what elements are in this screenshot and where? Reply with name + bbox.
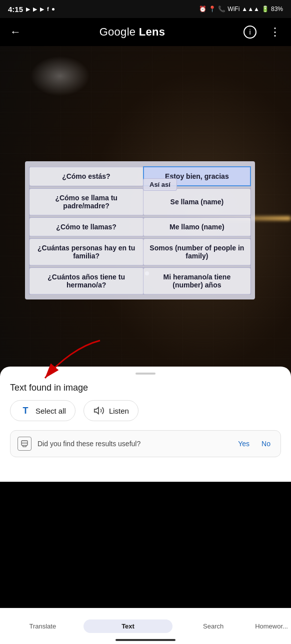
table-row: ¿Cómo te llamas? Me llamo (name) [30, 218, 251, 236]
feedback-yes-button[interactable]: Yes [235, 440, 252, 448]
svg-marker-0 [94, 408, 98, 414]
nav-homework[interactable]: Homewor... [254, 620, 289, 632]
nav-search[interactable]: Search [172, 620, 254, 632]
question-cell-3: ¿Cómo te llamas? [30, 218, 144, 236]
more-icon: ⋮ [270, 26, 281, 39]
battery-pct: 83% [271, 6, 283, 13]
sheet-title: Text found in image [10, 383, 281, 393]
table-row: ¿Cuántas personas hay en tu familia? Som… [30, 239, 251, 265]
feedback-question: Did you find these results useful? [38, 440, 229, 448]
camera-reflection [30, 56, 90, 96]
info-button[interactable]: i [242, 24, 258, 41]
top-bar: ← Google Lens i ⋮ [0, 18, 291, 46]
table-row: ¿Cómo estás? Estoy bien, gracias [30, 167, 251, 186]
answer-cell-4: Somos (number of people in family) [144, 239, 250, 265]
listen-label: Listen [109, 407, 129, 415]
camera-view: ¿Cómo estás? Estoy bien, gracias ¿Cómo s… [0, 46, 291, 482]
table-row: ¿Cómo se llama tu padre/madre? Se llama … [30, 189, 251, 215]
table-row: ¿Cuántos años tiene tu hermano/a? Mi her… [30, 268, 251, 294]
status-bar: 4:15 ▶ ▶ ▶ f ⏰ 📍 📞 WiFi ▲▲▲ 🔋 83% [0, 0, 291, 18]
back-icon: ← [10, 26, 21, 39]
feedback-row: Did you find these results useful? Yes N… [10, 430, 281, 457]
document-container: ¿Cómo estás? Estoy bien, gracias ¿Cómo s… [25, 161, 255, 299]
table-row [30, 265, 251, 268]
call-icon: 📞 [218, 6, 226, 13]
table-row [30, 215, 251, 218]
select-all-button[interactable]: T Select all [10, 400, 76, 421]
status-icon-yt3: ▶ [40, 6, 44, 13]
nav-translate[interactable]: Translate [2, 620, 84, 632]
battery-icon: 🔋 [262, 6, 269, 13]
status-time: 4:15 [8, 5, 23, 14]
answer-cell-5: Mi heramano/a tiene (number) años [144, 268, 250, 294]
status-dot [52, 8, 54, 11]
back-button[interactable]: ← [8, 24, 23, 41]
flashcard-table: ¿Cómo estás? Estoy bien, gracias ¿Cómo s… [29, 166, 251, 294]
feedback-no-button[interactable]: No [258, 440, 274, 448]
title-bold: Lens [139, 26, 166, 38]
volume-icon [93, 405, 105, 417]
sheet-actions: T Select all Listen [10, 400, 281, 421]
status-icon-fb: f [47, 6, 49, 12]
title-prefix: Google [100, 26, 139, 38]
feedback-icon [18, 437, 32, 451]
wifi-icon: WiFi [228, 6, 240, 13]
location-icon: 📍 [208, 6, 216, 13]
bottom-sheet: Text found in image T Select all Listen [0, 367, 291, 482]
table-row [30, 236, 251, 239]
question-cell-2: ¿Cómo se llama tu padre/madre? [30, 189, 144, 215]
listen-button[interactable]: Listen [84, 400, 138, 421]
nav-text-label: Text [122, 622, 134, 630]
question-cell-1: ¿Cómo estás? [30, 167, 144, 186]
answer-cell-3: Me llamo (name) [144, 218, 250, 236]
answer-cell-2: Se llama (name) [144, 189, 250, 215]
sheet-handle [136, 373, 156, 375]
app-title: Google Lens [100, 26, 166, 39]
nav-search-label: Search [203, 622, 224, 630]
alarm-icon: ⏰ [199, 6, 206, 13]
info-icon: i [244, 26, 256, 39]
signal-icon: ▲▲▲ [242, 6, 260, 13]
text-icon: T [20, 405, 32, 417]
status-icon-yt2: ▶ [33, 6, 37, 13]
home-indicator [116, 639, 176, 641]
status-icon-yt1: ▶ [26, 6, 30, 13]
overlay-asi-asi: Así así [143, 178, 177, 191]
question-cell-5: ¿Cuántos años tiene tu hermano/a? [30, 268, 144, 294]
nav-text[interactable]: Text [84, 619, 173, 633]
nav-homework-label: Homewor... [255, 622, 288, 630]
more-button[interactable]: ⋮ [268, 24, 283, 41]
table-row [30, 186, 251, 189]
nav-translate-label: Translate [29, 622, 56, 630]
select-all-label: Select all [36, 407, 66, 415]
question-cell-4: ¿Cuántas personas hay en tu familia? [30, 239, 144, 265]
